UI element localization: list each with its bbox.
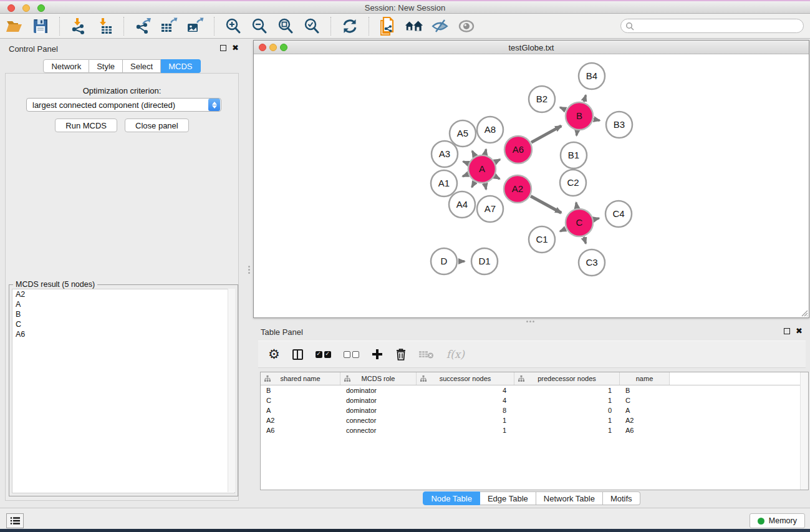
column-header-name[interactable]: name (620, 372, 670, 385)
create-column-icon[interactable] (372, 349, 383, 360)
delete-table-icon[interactable] (419, 349, 434, 359)
open-file-icon[interactable] (5, 17, 24, 36)
node-B2[interactable]: B2 (529, 86, 555, 112)
edge-C-C3[interactable] (584, 237, 586, 244)
mcds-result-item[interactable]: A (12, 299, 234, 309)
edge-B-B1[interactable] (577, 131, 577, 136)
unselect-all-columns-icon[interactable] (344, 351, 359, 358)
table-row[interactable]: A2connector11A2 (261, 415, 808, 425)
import-network-icon[interactable] (69, 17, 88, 36)
column-header-successor-nodes[interactable]: successor nodes (417, 372, 514, 385)
zoom-fit-icon[interactable] (276, 17, 295, 36)
export-network-icon[interactable] (133, 17, 152, 36)
node-A1[interactable]: A1 (431, 170, 457, 196)
column-header-shared-name[interactable]: shared name (261, 372, 340, 385)
edge-B-B4[interactable] (584, 95, 586, 102)
tab-mcds[interactable]: MCDS (161, 59, 200, 73)
node-A5[interactable]: A5 (450, 120, 476, 147)
mcds-result-list[interactable]: A2ABCA6 (12, 289, 235, 493)
edge-C-C4[interactable] (594, 218, 599, 220)
export-table-icon[interactable] (160, 17, 178, 36)
edge-A2-C[interactable] (531, 196, 561, 213)
show-all-icon[interactable] (457, 17, 476, 36)
mcds-list-scrollbar[interactable] (228, 289, 235, 492)
tab-network[interactable]: Network (43, 59, 89, 73)
show-task-history-button[interactable] (6, 513, 24, 528)
zoom-in-icon[interactable] (224, 17, 243, 36)
tab-network-table[interactable]: Network Table (536, 491, 603, 505)
node-B4[interactable]: B4 (579, 63, 605, 89)
horizontal-splitter-handle[interactable] (525, 319, 535, 323)
node-A6[interactable]: A6 (504, 136, 532, 163)
node-A[interactable]: A (468, 155, 496, 183)
close-panel-icon[interactable]: ✖ (232, 45, 239, 51)
first-neighbors-icon[interactable] (405, 17, 423, 36)
close-table-panel-icon[interactable]: ✖ (796, 328, 803, 334)
edge-A-A4[interactable] (472, 182, 475, 187)
table-row[interactable]: A6connector11A6 (261, 425, 808, 435)
tab-motifs[interactable]: Motifs (603, 491, 640, 505)
mcds-result-item[interactable]: A6 (12, 329, 234, 339)
table-row[interactable]: Cdominator41C (261, 395, 808, 405)
edge-B-B3[interactable] (594, 119, 599, 120)
node-A2[interactable]: A2 (504, 175, 531, 203)
node-A4[interactable]: A4 (449, 191, 475, 218)
mcds-result-item[interactable]: B (12, 309, 234, 319)
edge-A-A6[interactable] (495, 160, 500, 162)
import-table-icon[interactable] (95, 17, 114, 36)
node-C1[interactable]: C1 (529, 226, 555, 253)
delete-column-icon[interactable] (395, 348, 407, 360)
edge-A6-B[interactable] (531, 126, 561, 142)
export-image-icon[interactable] (186, 17, 205, 36)
hide-selected-icon[interactable] (431, 17, 450, 36)
node-B1[interactable]: B1 (561, 142, 587, 168)
save-session-icon[interactable] (31, 17, 50, 36)
function-builder-icon[interactable]: f(x) (446, 348, 465, 360)
memory-button[interactable]: Memory (750, 513, 805, 528)
tab-node-table[interactable]: Node Table (423, 491, 480, 505)
node-B3[interactable]: B3 (606, 112, 632, 138)
select-all-columns-icon[interactable] (316, 351, 331, 358)
node-C4[interactable]: C4 (605, 201, 632, 227)
float-table-panel-icon[interactable] (784, 328, 790, 334)
edge-B-B2[interactable] (560, 107, 566, 110)
float-panel-icon[interactable] (220, 45, 226, 51)
edge-A-A5[interactable] (472, 151, 475, 156)
table-scrollbar[interactable] (800, 372, 808, 490)
node-A7[interactable]: A7 (477, 196, 503, 222)
vertical-splitter-handle[interactable] (247, 264, 251, 274)
edge-A-A1[interactable] (463, 174, 468, 176)
edge-A-A8[interactable] (485, 149, 486, 154)
mcds-result-item[interactable]: C (12, 319, 234, 329)
edge-C-C2[interactable] (576, 203, 577, 208)
network-canvas[interactable]: AA1A2A3A4A5A6A7A8BB1B2B3B4CC1C2C3C4DD1 (254, 55, 808, 317)
close-panel-button[interactable]: Close panel (125, 118, 189, 132)
node-D[interactable]: D (431, 248, 457, 274)
tab-edge-table[interactable]: Edge Table (480, 491, 536, 505)
zoom-selected-icon[interactable] (302, 17, 321, 36)
network-window-titlebar[interactable]: testGlobe.txt (254, 41, 809, 54)
tab-select[interactable]: Select (123, 59, 161, 73)
mcds-result-item[interactable]: A2 (12, 289, 234, 299)
node-B[interactable]: B (566, 102, 593, 130)
edge-A-A7[interactable] (485, 184, 486, 190)
clone-network-icon[interactable] (378, 17, 397, 36)
edge-A-A3[interactable] (463, 162, 468, 163)
table-row[interactable]: Bdominator41B (261, 385, 808, 395)
zoom-out-icon[interactable] (250, 17, 269, 36)
node-C[interactable]: C (566, 209, 593, 236)
edge-A-A2[interactable] (495, 177, 499, 179)
node-C2[interactable]: C2 (560, 170, 586, 196)
column-header-MCDS-role[interactable]: MCDS role (340, 372, 417, 385)
column-header-predecessor-nodes[interactable]: predecessor nodes (514, 372, 620, 385)
criterion-dropdown[interactable]: largest connected component (directed) (26, 98, 221, 112)
edge-C-C1[interactable] (560, 229, 566, 231)
show-column-panel-icon[interactable] (292, 349, 303, 360)
window-resize-grip[interactable] (799, 308, 808, 317)
refresh-icon[interactable] (340, 17, 359, 36)
tab-style[interactable]: Style (89, 59, 123, 73)
table-settings-gear-icon[interactable]: ⚙ (268, 348, 280, 360)
node-D1[interactable]: D1 (471, 248, 498, 274)
node-A8[interactable]: A8 (477, 117, 503, 143)
run-mcds-button[interactable]: Run MCDS (55, 118, 117, 132)
